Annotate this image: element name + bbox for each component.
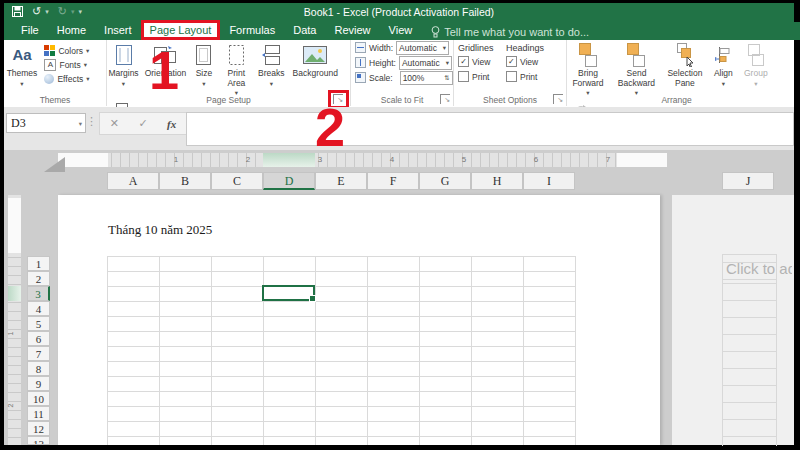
row-header-8[interactable]: 8: [27, 361, 50, 376]
tab-view[interactable]: View: [380, 22, 422, 40]
row-header-5[interactable]: 5: [27, 316, 50, 331]
ruler-right-margin: [617, 153, 667, 167]
column-header-d-selected[interactable]: D: [263, 172, 315, 190]
scale-to-fit-dialog-launcher-icon[interactable]: ↘: [440, 94, 450, 104]
align-caret-icon: ▾: [722, 79, 725, 89]
column-header-h[interactable]: H: [471, 172, 523, 190]
align-label: Align: [714, 69, 733, 79]
formula-input[interactable]: [186, 112, 794, 146]
name-box[interactable]: D3 ▾: [6, 113, 86, 133]
themes-button[interactable]: Aa Themes ▾: [4, 40, 40, 88]
background-icon: [303, 43, 327, 67]
fonts-caret-icon: ▾: [84, 61, 87, 69]
breaks-button[interactable]: Breaks ▾: [256, 40, 287, 88]
sheet-options-dialog-launcher-icon[interactable]: ↘: [553, 94, 563, 104]
align-button[interactable]: Align ▾: [710, 40, 736, 88]
window-title: Book1 - Excel (Product Activation Failed…: [4, 6, 794, 18]
headings-print-checkbox[interactable]: Print: [506, 70, 544, 83]
gridlines-print-checkbox[interactable]: Print: [458, 70, 494, 83]
insert-function-icon[interactable]: fx: [167, 118, 176, 130]
lightbulb-icon: [431, 26, 440, 38]
cell-title-text[interactable]: Tháng 10 năm 2025: [108, 222, 212, 238]
row-header-10[interactable]: 10: [27, 391, 50, 406]
background-label: Background: [293, 69, 338, 79]
gridlines-view-checkbox[interactable]: ✓ View: [458, 55, 494, 68]
send-backward-button[interactable]: Send Backward ▾: [613, 40, 659, 98]
gridlines-header: Gridlines: [458, 43, 494, 53]
effects-button[interactable]: Effects ▾: [44, 72, 89, 85]
select-all-corner[interactable]: [44, 157, 65, 172]
checkbox-checked-icon: ✓: [458, 56, 469, 67]
name-box-caret-icon[interactable]: ▾: [79, 120, 82, 128]
fonts-label: Fonts: [59, 60, 80, 70]
fonts-button[interactable]: A Fonts ▾: [44, 58, 89, 71]
row-header-3-selected[interactable]: 3: [27, 286, 50, 301]
width-row: Width: Automatic▾: [351, 40, 453, 55]
effects-icon: [44, 74, 54, 84]
fill-handle[interactable]: [309, 295, 316, 302]
print-area-button[interactable]: Print Area ▾: [221, 40, 251, 98]
height-dropdown[interactable]: Automatic▾: [399, 56, 452, 70]
tab-data[interactable]: Data: [284, 22, 325, 40]
column-header-c[interactable]: C: [211, 172, 263, 190]
page-setup-group-label: Page Setup: [107, 95, 350, 105]
scale-spinner[interactable]: 100%⇅: [400, 71, 453, 85]
tab-file[interactable]: File: [12, 22, 48, 40]
enter-icon[interactable]: ✓: [138, 117, 147, 130]
headings-column: Headings ✓ View Print: [502, 40, 548, 83]
tab-insert[interactable]: Insert: [95, 22, 141, 40]
size-button[interactable]: Size ▾: [191, 40, 217, 88]
group-caret-icon: ▾: [754, 79, 757, 89]
horizontal-ruler: [58, 153, 667, 167]
row-header-11[interactable]: 11: [27, 406, 50, 421]
themes-label: Themes: [7, 69, 38, 79]
size-caret-icon: ▾: [202, 79, 205, 89]
row-header-1[interactable]: 1: [27, 256, 50, 271]
row-header-7[interactable]: 7: [27, 346, 50, 361]
row-header-4[interactable]: 4: [27, 301, 50, 316]
send-backward-icon: [627, 43, 645, 67]
column-header-b[interactable]: B: [159, 172, 211, 190]
cell-grid[interactable]: [107, 256, 576, 445]
group-scale-to-fit: Width: Automatic▾ Height: Automatic▾ Sca…: [351, 40, 454, 106]
ruler-mark: 1: [170, 155, 182, 164]
row-header-9[interactable]: 9: [27, 376, 50, 391]
row-header-12[interactable]: 12: [27, 421, 50, 436]
vertical-ruler-margin: [8, 198, 21, 253]
group-button: Group ▾: [741, 40, 771, 88]
group-sheet-options: Gridlines ✓ View Print Headings ✓ View: [454, 40, 567, 106]
column-header-a[interactable]: A: [107, 172, 159, 190]
cancel-icon[interactable]: ✕: [110, 117, 119, 130]
tab-page-layout[interactable]: Page Layout: [141, 20, 221, 40]
tab-review[interactable]: Review: [325, 22, 379, 40]
height-value: Automatic: [402, 58, 440, 68]
column-header-f[interactable]: F: [367, 172, 419, 190]
checkbox-unchecked-icon: [506, 71, 517, 82]
themes-group-label: Themes: [4, 95, 106, 105]
bring-forward-button[interactable]: Bring Forward ▾: [567, 40, 609, 98]
row-header-13[interactable]: 13: [27, 436, 50, 445]
column-header-g[interactable]: G: [419, 172, 471, 190]
column-header-j[interactable]: J: [722, 172, 774, 190]
effects-caret-icon: ▾: [86, 75, 89, 83]
background-button[interactable]: Background: [291, 40, 339, 79]
formula-buttons: ✕ ✓ fx: [99, 112, 187, 135]
headings-view-checkbox[interactable]: ✓ View: [506, 55, 544, 68]
colors-button[interactable]: Colors ▾: [44, 44, 89, 57]
tellme-box[interactable]: Tell me what you want to do...: [421, 22, 597, 40]
column-header-i[interactable]: I: [523, 172, 575, 190]
row-header-6[interactable]: 6: [27, 331, 50, 346]
tab-home[interactable]: Home: [48, 22, 95, 40]
width-dropdown[interactable]: Automatic▾: [396, 41, 449, 55]
name-box-value: D3: [11, 116, 26, 131]
selected-cell-d3[interactable]: [262, 285, 315, 301]
headings-header: Headings: [506, 43, 544, 53]
width-label: Width:: [369, 43, 393, 53]
row-header-2[interactable]: 2: [27, 271, 50, 286]
selection-pane-button[interactable]: Selection Pane: [664, 40, 706, 88]
margins-button[interactable]: Margins ▾: [107, 40, 140, 88]
tab-formulas[interactable]: Formulas: [220, 22, 284, 40]
page-2-placeholder[interactable]: Click to ad: [726, 260, 792, 277]
column-header-e[interactable]: E: [315, 172, 367, 190]
sheet-options-group-label: Sheet Options: [454, 95, 566, 105]
